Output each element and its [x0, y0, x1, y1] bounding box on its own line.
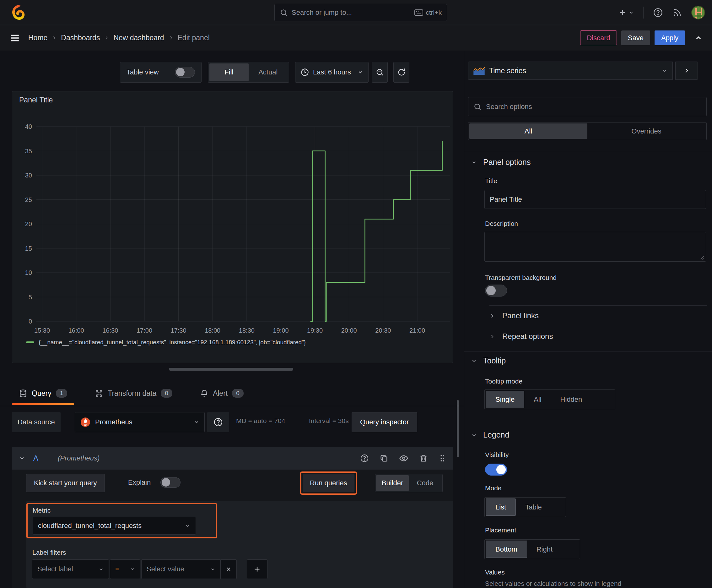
chevron-right-icon [52, 36, 57, 40]
series-label[interactable]: {__name__="cloudflared_tunnel_total_requ… [39, 339, 306, 346]
run-queries-button[interactable]: Run queries [303, 474, 354, 492]
top-nav-bar: ctrl+k [0, 0, 712, 25]
remove-filter-button[interactable] [221, 560, 237, 579]
collapse-options-pane-button[interactable] [675, 62, 698, 80]
tooltip-hidden-option[interactable]: Hidden [551, 391, 592, 408]
transparent-background-toggle[interactable] [485, 285, 507, 296]
tab-alert[interactable]: Alert 0 [193, 382, 251, 405]
apply-button[interactable]: Apply [654, 30, 685, 45]
tooltip-section-header[interactable]: Tooltip [471, 356, 506, 365]
run-queries-highlight: Run queries [300, 471, 357, 495]
svg-text:18:00: 18:00 [205, 327, 220, 334]
panel-title-input[interactable] [484, 190, 706, 209]
breadcrumb-new-dashboard[interactable]: New dashboard [113, 34, 164, 42]
delete-query-trash-icon[interactable] [419, 454, 428, 463]
panel-links-section[interactable]: Panel links [464, 305, 712, 326]
time-range-picker[interactable]: Last 6 hours [295, 62, 369, 83]
select-value-dropdown[interactable]: Select value [141, 560, 221, 579]
chevron-down-icon [358, 69, 363, 75]
fill-option[interactable]: Fill [209, 63, 249, 81]
tooltip-all-option[interactable]: All [524, 391, 551, 408]
menu-hamburger-icon[interactable] [9, 33, 20, 43]
global-search-input[interactable] [292, 8, 411, 17]
breadcrumb-home[interactable]: Home [28, 34, 47, 42]
legend-mode-label: Mode [485, 484, 502, 492]
title-field-label: Title [485, 177, 497, 185]
options-search-box[interactable] [468, 97, 707, 116]
options-search-input[interactable] [486, 103, 701, 111]
time-range-label: Last 6 hours [313, 68, 351, 76]
operator-dropdown[interactable]: = [110, 560, 140, 579]
svg-text:20:00: 20:00 [341, 327, 357, 334]
tab-overrides[interactable]: Overrides [587, 123, 706, 139]
legend-visibility-label: Visibility [485, 451, 509, 459]
breadcrumb-dashboards[interactable]: Dashboards [61, 34, 100, 42]
chevron-down-icon [471, 358, 477, 364]
explain-label: Explain [128, 478, 151, 486]
panel-resize-handle[interactable] [169, 368, 293, 371]
svg-text:10: 10 [25, 269, 32, 276]
chevron-right-icon [104, 36, 109, 40]
panel-description-textarea[interactable] [484, 232, 706, 261]
tab-query[interactable]: Query 1 [12, 382, 74, 405]
global-search-box[interactable]: ctrl+k [274, 4, 447, 21]
chevron-down-icon [99, 567, 104, 572]
repeat-options-section[interactable]: Repeat options [464, 326, 712, 347]
collapse-chevron-up-icon[interactable] [694, 34, 703, 42]
actual-option[interactable]: Actual [249, 63, 288, 81]
refresh-button[interactable] [393, 62, 409, 83]
legend-mode-table-option[interactable]: Table [516, 499, 551, 516]
add-filter-button[interactable] [247, 560, 267, 579]
panel-preview[interactable]: Panel Title 051015202530354015:3016:0016… [12, 91, 453, 363]
grafana-logo-icon[interactable] [11, 5, 26, 20]
visualization-picker[interactable]: Time series [468, 62, 673, 80]
scrollbar-thumb[interactable] [457, 400, 459, 457]
query-row-header[interactable]: A (Prometheus) [12, 447, 453, 469]
query-options-expander-icon[interactable] [216, 418, 222, 424]
query-inspector-button[interactable]: Query inspector [352, 412, 417, 432]
zoom-out-button[interactable] [372, 62, 388, 83]
resize-grip-icon[interactable] [699, 255, 705, 260]
user-avatar[interactable] [691, 6, 705, 19]
duplicate-query-icon[interactable] [380, 454, 388, 463]
keyboard-icon [414, 9, 423, 16]
chart-legend[interactable]: {__name__="cloudflared_tunnel_total_requ… [26, 339, 306, 346]
panel-options-header-label: Panel options [483, 158, 531, 167]
help-icon[interactable] [653, 7, 663, 18]
svg-text:19:30: 19:30 [307, 327, 323, 334]
chevron-down-icon [194, 419, 199, 425]
add-menu-button[interactable] [618, 8, 634, 17]
news-rss-icon[interactable] [672, 8, 682, 17]
save-button[interactable]: Save [621, 30, 650, 45]
query-help-icon[interactable] [360, 454, 369, 463]
query-ref-id: A [33, 454, 38, 463]
discard-button[interactable]: Discard [580, 30, 617, 45]
chevron-down-icon [185, 523, 191, 529]
toggle-visibility-eye-icon[interactable] [399, 454, 408, 463]
prometheus-icon [80, 417, 91, 427]
builder-option[interactable]: Builder [376, 475, 409, 491]
legend-placement-right-option[interactable]: Right [527, 541, 562, 558]
edit-panel-content: Table view Fill Actual Last 6 hours [0, 51, 712, 588]
kick-start-query-button[interactable]: Kick start your query [26, 474, 105, 492]
tab-all[interactable]: All [469, 123, 587, 139]
legend-mode-list-option[interactable]: List [486, 499, 516, 516]
panel-options-sidebar: Time series All Overrides [464, 51, 712, 588]
max-data-points-stat: MD = auto = 704 [236, 417, 285, 425]
table-view-toggle[interactable] [175, 67, 195, 78]
chevron-down-icon[interactable] [19, 455, 25, 461]
time-series-chart[interactable]: 051015202530354015:3016:0016:3017:0017:3… [20, 120, 451, 336]
explain-toggle[interactable] [160, 477, 180, 488]
select-label-dropdown[interactable]: Select label [32, 560, 109, 579]
legend-placement-bottom-option[interactable]: Bottom [486, 541, 527, 558]
datasource-picker[interactable]: Prometheus [75, 412, 205, 432]
legend-section-header[interactable]: Legend [471, 430, 509, 439]
code-option[interactable]: Code [409, 475, 441, 491]
panel-options-section-header[interactable]: Panel options [471, 158, 531, 167]
tooltip-single-option[interactable]: Single [486, 391, 524, 408]
tab-transform-data[interactable]: Transform data 0 [88, 382, 179, 405]
drag-handle-icon[interactable] [438, 454, 446, 463]
metric-select[interactable]: cloudflared_tunnel_total_requests [33, 517, 196, 534]
legend-visibility-toggle[interactable] [485, 464, 507, 476]
breadcrumb-edit-panel: Edit panel [178, 34, 210, 42]
